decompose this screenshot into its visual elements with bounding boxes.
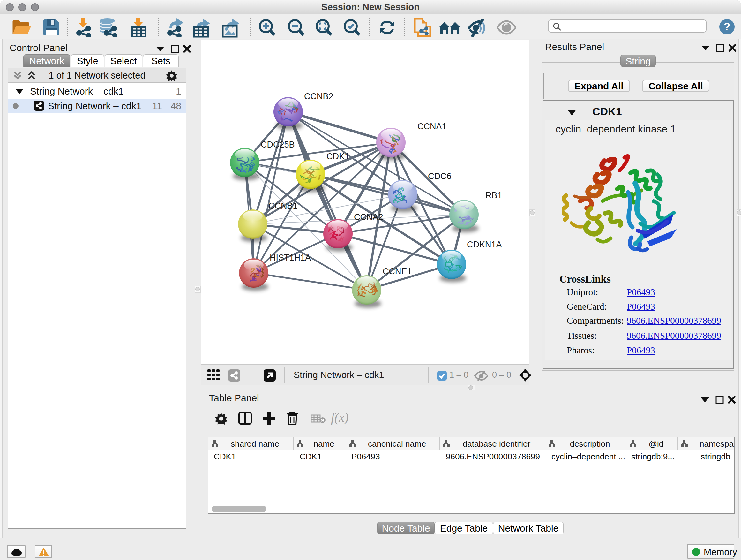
svg-text:RB1: RB1 [485,191,502,200]
svg-text:CCNA2: CCNA2 [354,212,383,222]
svg-text:CDKN1A: CDKN1A [467,240,502,249]
svg-text:CCNB2: CCNB2 [304,91,333,101]
svg-text:CCNB1: CCNB1 [268,201,298,211]
svg-text:CCNE1: CCNE1 [383,266,412,276]
svg-text:CCNA1: CCNA1 [417,122,447,131]
svg-text:CDC6: CDC6 [428,172,452,181]
svg-text:?: ? [724,20,731,33]
svg-text:CDC25B: CDC25B [261,140,295,149]
svg-text:CDK1: CDK1 [327,152,349,161]
svg-text:HIST1H1A: HIST1H1A [270,253,311,262]
